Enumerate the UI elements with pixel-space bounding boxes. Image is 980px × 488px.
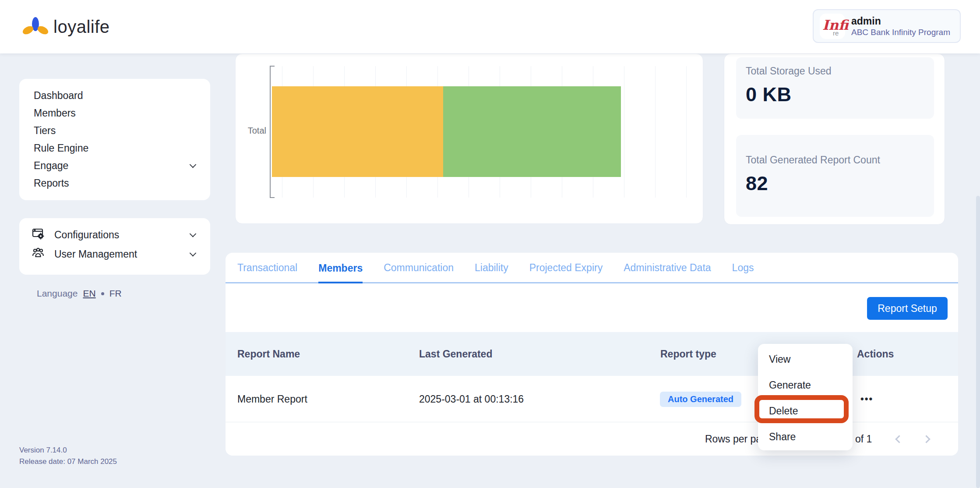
row-actions-menu-button[interactable]: ••• bbox=[860, 393, 873, 405]
tab-logs[interactable]: Logs bbox=[732, 252, 754, 283]
menu-item-delete[interactable]: Delete bbox=[758, 398, 853, 424]
row-actions-context-menu: View Generate Delete Share bbox=[758, 344, 853, 450]
lotus-logo-icon bbox=[22, 14, 49, 39]
last-generated-cell: 2025-03-01 at 00:13:16 bbox=[419, 376, 524, 422]
program-logo-icon: Infi re bbox=[820, 14, 845, 39]
sidebar-item-configurations[interactable]: Configurations bbox=[19, 225, 210, 244]
release-date: Release date: 07 March 2025 bbox=[19, 456, 117, 467]
tab-liability[interactable]: Liability bbox=[475, 252, 508, 283]
sidebar-item-rule-engine[interactable]: Rule Engine bbox=[19, 139, 210, 157]
tab-projected-expiry[interactable]: Projected Expiry bbox=[529, 252, 603, 283]
dot-separator bbox=[101, 292, 104, 295]
vertical-scrollbar-thumb[interactable] bbox=[976, 196, 980, 488]
report-name-cell: Member Report bbox=[237, 376, 307, 422]
report-tabs: Transactional Members Communication Liab… bbox=[226, 253, 958, 283]
tab-communication[interactable]: Communication bbox=[384, 252, 454, 283]
chevron-down-icon bbox=[190, 250, 197, 257]
stat-storage-used: Total Storage Used 0 KB bbox=[736, 57, 934, 119]
menu-item-share[interactable]: Share bbox=[758, 424, 853, 450]
chart-y-axis bbox=[270, 66, 271, 198]
previous-page-icon[interactable] bbox=[895, 435, 903, 443]
sidebar-config-card: Configurations User Management bbox=[19, 218, 210, 275]
program-name: ABC Bank Infinity Program bbox=[851, 27, 950, 38]
sidebar-nav-card: Dashboard Members Tiers Rule Engine Enga… bbox=[19, 79, 210, 200]
sidebar-item-engage[interactable]: Engage bbox=[19, 157, 210, 174]
stat-value: 82 bbox=[746, 172, 934, 195]
user-program-badge[interactable]: Infi re admin ABC Bank Infinity Program bbox=[813, 9, 961, 43]
column-actions: Actions bbox=[857, 332, 894, 376]
menu-item-generate[interactable]: Generate bbox=[758, 372, 853, 398]
stat-label: Total Generated Report Count bbox=[746, 154, 934, 166]
tab-transactional[interactable]: Transactional bbox=[237, 252, 297, 283]
language-option-fr[interactable]: FR bbox=[109, 288, 122, 299]
version-number: Version 7.14.0 bbox=[19, 445, 117, 456]
chevron-down-icon bbox=[190, 161, 197, 168]
app-root: loyalife Infi re admin ABC Bank Infinity… bbox=[0, 0, 980, 488]
tab-administrative-data[interactable]: Administrative Data bbox=[624, 252, 711, 283]
top-header: loyalife Infi re admin ABC Bank Infinity… bbox=[0, 0, 980, 53]
chart-category-label: Total bbox=[243, 126, 266, 136]
bar-segment-1[interactable] bbox=[272, 86, 443, 177]
sidebar-item-dashboard[interactable]: Dashboard bbox=[19, 87, 210, 104]
user-name: admin bbox=[851, 15, 950, 27]
language-switcher: Language EN FR bbox=[37, 288, 122, 299]
version-info: Version 7.14.0 Release date: 07 March 20… bbox=[19, 445, 117, 467]
language-option-en[interactable]: EN bbox=[83, 288, 95, 299]
column-last-generated: Last Generated bbox=[419, 332, 492, 376]
stat-label: Total Storage Used bbox=[746, 65, 934, 77]
app-logo: loyalife bbox=[22, 14, 110, 39]
sidebar-item-user-management[interactable]: User Management bbox=[19, 244, 210, 264]
page-of-label: of 1 bbox=[855, 423, 872, 456]
menu-item-view[interactable]: View bbox=[758, 347, 853, 372]
next-page-icon[interactable] bbox=[922, 435, 930, 443]
sidebar-item-tiers[interactable]: Tiers bbox=[19, 122, 210, 139]
sidebar-item-reports[interactable]: Reports bbox=[19, 174, 210, 192]
report-setup-button[interactable]: Report Setup bbox=[867, 297, 948, 320]
reports-chart-card: Total bbox=[235, 53, 703, 224]
chevron-down-icon bbox=[190, 230, 197, 237]
column-report-type: Report type bbox=[660, 332, 716, 376]
sidebar-item-members[interactable]: Members bbox=[19, 104, 210, 122]
bar-segment-2[interactable] bbox=[443, 86, 621, 177]
users-icon bbox=[32, 246, 45, 262]
window-gear-icon bbox=[32, 227, 45, 243]
report-type-badge: Auto Generated bbox=[660, 392, 741, 407]
language-label: Language bbox=[37, 288, 78, 299]
stat-value: 0 KB bbox=[746, 83, 934, 106]
stats-card: Total Storage Used 0 KB Total Generated … bbox=[724, 53, 945, 225]
column-report-name: Report Name bbox=[237, 332, 300, 376]
stacked-bar bbox=[272, 86, 621, 177]
stat-report-count: Total Generated Report Count 82 bbox=[736, 135, 934, 217]
tab-members[interactable]: Members bbox=[318, 253, 363, 283]
logo-wordmark: loyalife bbox=[53, 17, 110, 37]
